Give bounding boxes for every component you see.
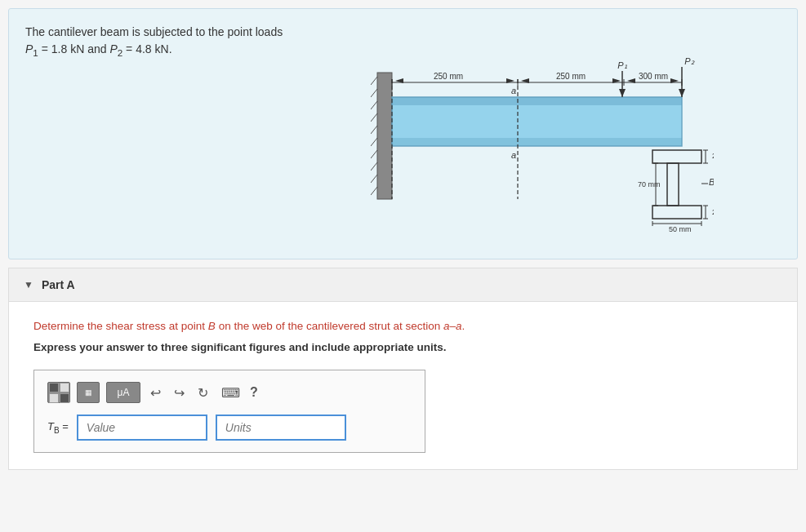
small-grid-icon-button[interactable]: ▦ — [77, 382, 100, 403]
answer-box: ▦ μA ↩ ↪ ↻ ⌨ — [33, 370, 425, 453]
help-icon: ? — [250, 385, 258, 399]
refresh-button[interactable]: ↻ — [194, 383, 212, 402]
svg-text:B: B — [709, 177, 714, 187]
input-row: TB = — [47, 415, 412, 441]
svg-text:250 mm: 250 mm — [555, 72, 585, 81]
part-body: Determine the shear stress at point B on… — [9, 302, 797, 469]
refresh-icon: ↻ — [198, 385, 208, 401]
p2-value: = 4.8 kN. — [122, 42, 171, 55]
redo-icon: ↪ — [174, 385, 185, 401]
help-button[interactable]: ? — [250, 385, 258, 400]
diagram-area: 250 mm a 250 mm a 300 mm P₁ — [303, 24, 781, 244]
svg-text:250 mm: 250 mm — [433, 72, 462, 81]
problem-section: The cantilever beam is subjected to the … — [8, 8, 798, 259]
problem-text: The cantilever beam is subjected to the … — [25, 24, 287, 60]
and-text: and — [84, 42, 109, 55]
svg-line-7 — [371, 150, 377, 158]
svg-text:a: a — [510, 86, 515, 95]
toolbar: ▦ μA ↩ ↪ ↻ ⌨ — [47, 382, 412, 403]
mu-a-button[interactable]: μA — [106, 382, 140, 403]
svg-line-3 — [371, 101, 377, 109]
svg-rect-0 — [377, 73, 392, 199]
svg-line-8 — [371, 162, 377, 171]
svg-text:20 mm: 20 mm — [712, 208, 714, 216]
diagram-container: 250 mm a 250 mm a 300 mm P₁ — [371, 24, 714, 244]
svg-line-5 — [371, 126, 377, 134]
svg-text:300 mm: 300 mm — [638, 72, 667, 81]
svg-rect-41 — [667, 163, 679, 206]
p1-value: = 1.8 kN — [38, 42, 84, 55]
undo-icon: ↩ — [150, 385, 161, 401]
instruction-text: Express your answer to three significant… — [33, 341, 773, 353]
value-input[interactable] — [77, 415, 207, 441]
svg-text:a: a — [510, 150, 515, 160]
svg-rect-42 — [652, 206, 701, 219]
part-section: ▼ Part A Determine the shear stress at p… — [8, 268, 798, 470]
svg-line-6 — [371, 138, 377, 146]
p2-label: P2 — [109, 42, 122, 55]
svg-text:P₂: P₂ — [684, 56, 694, 66]
problem-statement: The cantilever beam is subjected to the … — [25, 25, 283, 38]
keyboard-icon: ⌨ — [221, 385, 240, 401]
svg-text:70 mm: 70 mm — [638, 180, 661, 188]
svg-text:P₁: P₁ — [617, 60, 626, 70]
svg-rect-13 — [392, 138, 682, 146]
beam-diagram: 250 mm a 250 mm a 300 mm P₁ — [371, 24, 714, 244]
svg-marker-39 — [679, 89, 685, 97]
keyboard-button[interactable]: ⌨ — [218, 383, 243, 402]
svg-line-2 — [371, 89, 377, 97]
svg-rect-40 — [652, 150, 701, 163]
part-title: Part A — [42, 278, 75, 291]
svg-line-9 — [371, 175, 377, 183]
svg-text:20 mm: 20 mm — [712, 152, 714, 160]
svg-line-1 — [371, 77, 377, 85]
svg-text:50 mm: 50 mm — [669, 225, 692, 233]
p1-label: P1 — [25, 42, 38, 55]
question-text: Determine the shear stress at point B on… — [33, 318, 773, 335]
units-input[interactable] — [216, 415, 346, 441]
undo-button[interactable]: ↩ — [147, 383, 164, 402]
svg-marker-36 — [619, 89, 626, 97]
grid-icon-button[interactable] — [47, 382, 70, 403]
svg-line-10 — [371, 187, 377, 195]
collapse-icon[interactable]: ▼ — [24, 279, 33, 290]
answer-label: TB = — [47, 420, 69, 435]
svg-rect-12 — [392, 97, 682, 105]
svg-line-4 — [371, 113, 377, 122]
redo-button[interactable]: ↪ — [171, 383, 188, 402]
part-header: ▼ Part A — [9, 268, 797, 302]
